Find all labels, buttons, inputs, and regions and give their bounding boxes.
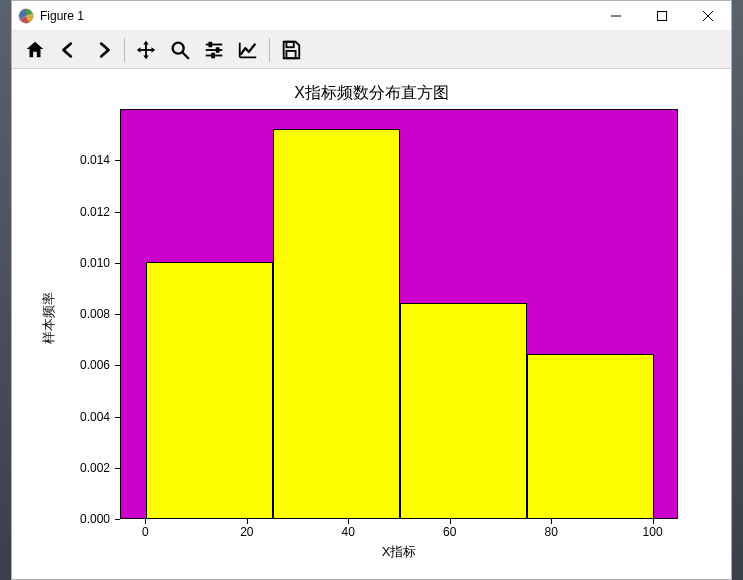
- ytick-mark: [115, 160, 120, 161]
- configure-button[interactable]: [197, 35, 231, 65]
- xtick-label: 80: [544, 525, 557, 539]
- minimize-button[interactable]: [593, 1, 639, 31]
- xtick-mark: [551, 519, 552, 524]
- ytick-label: 0.004: [12, 410, 110, 424]
- svg-line-8: [183, 52, 189, 58]
- svg-rect-16: [286, 50, 295, 57]
- arrow-right-icon: [92, 39, 114, 61]
- zoom-icon: [169, 39, 191, 61]
- window-title: Figure 1: [40, 9, 84, 23]
- figure-canvas[interactable]: X指标频数分布直方图 样本频率 X指标 0.0000.0020.0040.006…: [12, 69, 731, 579]
- histogram-bar: [273, 129, 400, 519]
- ytick-mark: [115, 417, 120, 418]
- ytick-mark: [115, 263, 120, 264]
- svg-rect-2: [658, 11, 667, 20]
- move-icon: [135, 39, 157, 61]
- histogram-bar: [527, 354, 654, 518]
- ytick-label: 0.014: [12, 153, 110, 167]
- forward-button[interactable]: [86, 35, 120, 65]
- line-chart-icon: [237, 39, 259, 61]
- plot-area: [120, 109, 678, 519]
- ytick-label: 0.012: [12, 205, 110, 219]
- ytick-label: 0.000: [12, 512, 110, 526]
- ytick-mark: [115, 212, 120, 213]
- ytick-mark: [115, 468, 120, 469]
- edit-axis-button[interactable]: [231, 35, 265, 65]
- ytick-label: 0.006: [12, 358, 110, 372]
- svg-rect-14: [211, 52, 215, 58]
- histogram-bar: [400, 303, 527, 518]
- save-icon: [280, 39, 302, 61]
- home-button[interactable]: [18, 35, 52, 65]
- outer-bg-right: [732, 0, 743, 580]
- chart-title: X指标频数分布直方图: [12, 83, 731, 104]
- ytick-mark: [115, 365, 120, 366]
- ytick-mark: [115, 519, 120, 520]
- matplotlib-icon: [18, 8, 34, 24]
- pan-button[interactable]: [129, 35, 163, 65]
- xtick-label: 60: [443, 525, 456, 539]
- toolbar-separator: [124, 38, 125, 62]
- toolbar: [12, 31, 731, 69]
- maximize-button[interactable]: [639, 1, 685, 31]
- ytick-label: 0.008: [12, 307, 110, 321]
- xtick-mark: [348, 519, 349, 524]
- outer-bg-left: [0, 0, 11, 580]
- x-axis-label: X指标: [382, 543, 417, 561]
- back-button[interactable]: [52, 35, 86, 65]
- svg-rect-15: [286, 41, 293, 47]
- ytick-label: 0.002: [12, 461, 110, 475]
- histogram-bar: [146, 262, 273, 518]
- svg-rect-12: [216, 47, 220, 53]
- svg-rect-10: [209, 41, 213, 47]
- xtick-label: 20: [240, 525, 253, 539]
- save-button[interactable]: [274, 35, 308, 65]
- arrow-left-icon: [58, 39, 80, 61]
- toolbar-separator: [269, 38, 270, 62]
- close-button[interactable]: [685, 1, 731, 31]
- ytick-mark: [115, 314, 120, 315]
- xtick-label: 40: [342, 525, 355, 539]
- xtick-mark: [653, 519, 654, 524]
- zoom-button[interactable]: [163, 35, 197, 65]
- ytick-label: 0.010: [12, 256, 110, 270]
- sliders-icon: [203, 39, 225, 61]
- home-icon: [24, 39, 46, 61]
- xtick-mark: [450, 519, 451, 524]
- xtick-label: 0: [142, 525, 149, 539]
- figure-window: Figure 1: [11, 0, 732, 580]
- xtick-mark: [145, 519, 146, 524]
- xtick-label: 100: [643, 525, 663, 539]
- xtick-mark: [247, 519, 248, 524]
- titlebar: Figure 1: [12, 1, 731, 31]
- window-buttons: [593, 1, 731, 31]
